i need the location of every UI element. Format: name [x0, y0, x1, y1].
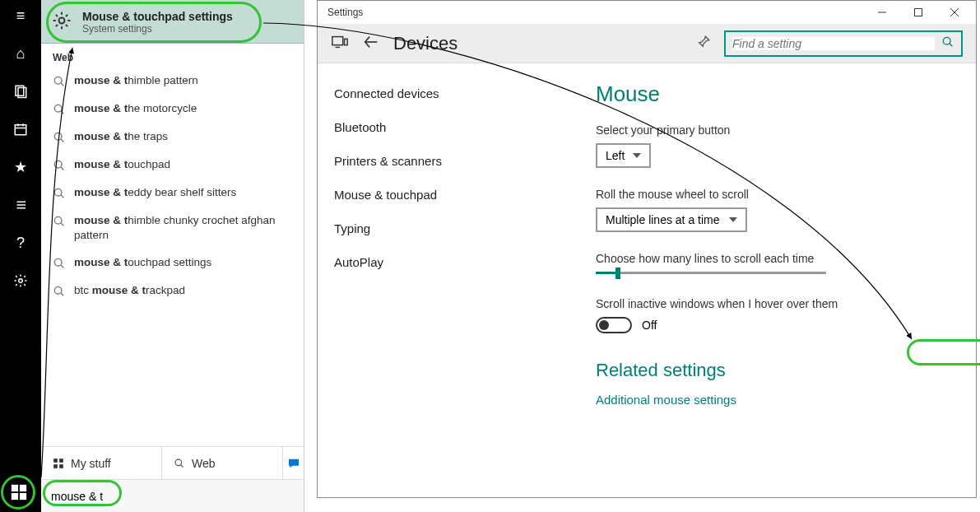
- search-tabs: My stuff Web: [41, 446, 304, 479]
- best-match-title: Mouse & touchpad settings: [82, 10, 233, 23]
- roll-wheel-select[interactable]: Multiple lines at a time: [596, 207, 747, 232]
- menu-icon[interactable]: ≡: [12, 7, 30, 25]
- svg-point-22: [54, 189, 62, 196]
- svg-rect-2: [15, 125, 26, 135]
- gear-icon: [51, 10, 72, 31]
- recent-icon[interactable]: [12, 82, 30, 100]
- side-nav-item[interactable]: AutoPlay: [324, 245, 566, 279]
- calendar-icon[interactable]: [12, 120, 30, 138]
- svg-point-14: [54, 77, 62, 84]
- svg-rect-33: [59, 464, 63, 468]
- page-title: Mouse: [596, 81, 953, 107]
- best-match-subtitle: System settings: [82, 23, 233, 35]
- svg-line-23: [61, 195, 63, 198]
- side-nav-item[interactable]: Printers & scanners: [324, 144, 566, 178]
- tab-web-label: Web: [192, 457, 216, 470]
- web-result-item[interactable]: mouse & thimble pattern: [48, 67, 297, 95]
- header-title: Devices: [393, 33, 683, 54]
- start-button[interactable]: [10, 483, 28, 505]
- slider-fill: [596, 272, 617, 274]
- search-icon[interactable]: [941, 35, 954, 52]
- side-nav-item[interactable]: Bluetooth: [324, 110, 566, 144]
- settings-window: Settings Devices Connected devicesBlueto…: [317, 0, 977, 498]
- maximize-button[interactable]: [900, 1, 936, 24]
- search-input-row: [41, 479, 304, 512]
- primary-button-select[interactable]: Left: [596, 143, 651, 168]
- svg-rect-49: [20, 493, 26, 500]
- svg-line-21: [61, 167, 63, 170]
- svg-point-26: [54, 258, 62, 266]
- svg-point-18: [54, 133, 62, 140]
- svg-line-45: [950, 44, 952, 46]
- svg-line-25: [61, 223, 63, 226]
- svg-line-19: [61, 139, 63, 142]
- roll-wheel-label: Roll the mouse wheel to scroll: [596, 188, 953, 201]
- devices-icon: [331, 33, 349, 54]
- web-result-item[interactable]: mouse & the traps: [48, 123, 297, 151]
- web-section-label: Web: [41, 44, 304, 67]
- minimize-button[interactable]: [864, 1, 900, 24]
- inactive-toggle[interactable]: [596, 317, 632, 333]
- close-button[interactable]: [936, 1, 973, 24]
- taskbar-rail: ≡ ⌂ ★ ?: [0, 0, 41, 512]
- side-nav-item[interactable]: Typing: [324, 212, 566, 245]
- lines-slider[interactable]: [596, 272, 826, 274]
- web-result-item[interactable]: mouse & touchpad settings: [48, 249, 297, 277]
- tab-my-stuff[interactable]: My stuff: [41, 447, 161, 479]
- svg-rect-48: [12, 493, 18, 500]
- svg-point-20: [54, 161, 62, 168]
- svg-rect-40: [332, 36, 343, 44]
- list-icon[interactable]: [12, 196, 30, 214]
- svg-rect-37: [915, 9, 922, 16]
- best-match-result[interactable]: Mouse & touchpad settings System setting…: [41, 0, 304, 44]
- toggle-state-text: Off: [642, 319, 657, 332]
- svg-line-17: [61, 111, 63, 114]
- side-nav-item[interactable]: Connected devices: [324, 77, 566, 110]
- tab-my-stuff-label: My stuff: [71, 457, 111, 470]
- settings-search[interactable]: [724, 30, 963, 57]
- settings-side-nav: Connected devicesBluetoothPrinters & sca…: [318, 63, 573, 497]
- svg-point-13: [59, 18, 65, 24]
- svg-rect-30: [53, 458, 58, 463]
- window-controls: [864, 1, 973, 24]
- web-results-list: mouse & thimble patternmouse & the motor…: [41, 67, 304, 446]
- web-result-item[interactable]: mouse & thimble chunky crochet afghan pa…: [48, 207, 297, 249]
- chevron-down-icon: [633, 153, 641, 158]
- toggle-knob: [599, 320, 609, 330]
- primary-button-label: Select your primary button: [596, 123, 953, 137]
- related-settings-heading: Related settings: [596, 360, 953, 381]
- svg-rect-41: [345, 39, 348, 44]
- web-result-item[interactable]: btc mouse & trackpad: [48, 277, 297, 305]
- tab-web[interactable]: Web: [161, 447, 282, 479]
- svg-point-44: [943, 37, 950, 44]
- back-button[interactable]: [362, 33, 380, 54]
- inactive-label: Scroll inactive windows when I hover ove…: [596, 297, 953, 310]
- svg-rect-32: [53, 464, 58, 468]
- svg-point-34: [175, 459, 182, 466]
- home-icon[interactable]: ⌂: [12, 44, 30, 63]
- svg-point-24: [54, 216, 62, 224]
- side-nav-item[interactable]: Mouse & touchpad: [324, 178, 566, 212]
- roll-wheel-value: Multiple lines at a time: [606, 213, 720, 226]
- pin-icon[interactable]: [696, 35, 711, 53]
- svg-line-15: [61, 83, 63, 86]
- settings-header: Devices: [318, 24, 976, 63]
- star-icon[interactable]: ★: [12, 158, 30, 176]
- search-input[interactable]: [51, 490, 294, 503]
- web-result-item[interactable]: mouse & teddy bear shelf sitters: [48, 179, 297, 207]
- primary-button-value: Left: [606, 149, 625, 162]
- feedback-icon[interactable]: [282, 447, 304, 479]
- svg-rect-31: [59, 458, 63, 463]
- svg-point-12: [19, 279, 23, 283]
- additional-mouse-settings-link[interactable]: Additional mouse settings: [596, 393, 953, 407]
- svg-point-28: [54, 286, 62, 294]
- settings-search-input[interactable]: [732, 37, 935, 50]
- settings-icon[interactable]: [12, 272, 30, 290]
- slider-thumb[interactable]: [615, 268, 620, 279]
- svg-line-29: [61, 293, 63, 296]
- web-result-item[interactable]: mouse & the motorcycle: [48, 95, 297, 123]
- lines-label: Choose how many lines to scroll each tim…: [596, 252, 953, 265]
- window-title: Settings: [327, 7, 363, 18]
- help-icon[interactable]: ?: [12, 234, 30, 252]
- web-result-item[interactable]: mouse & touchpad: [48, 151, 297, 179]
